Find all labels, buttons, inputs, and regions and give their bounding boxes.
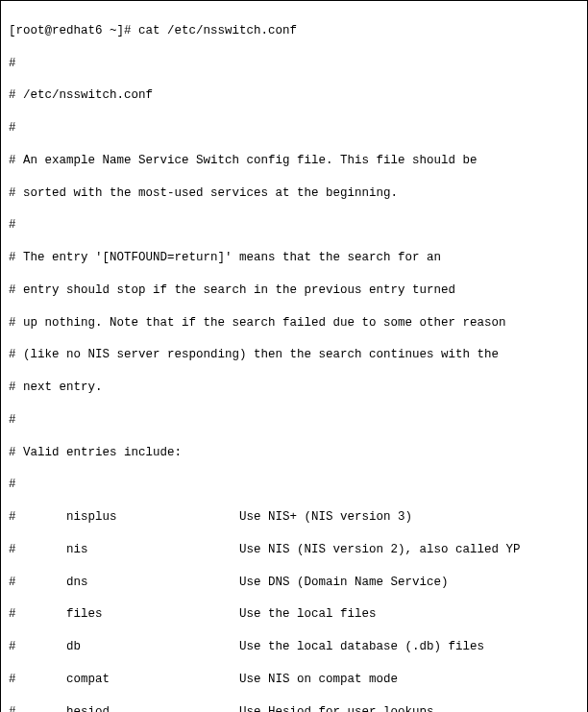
file-line: # Valid entries include: bbox=[9, 445, 579, 461]
file-line: # An example Name Service Switch config … bbox=[9, 153, 579, 169]
file-line: # entry should stop if the search in the… bbox=[9, 282, 579, 299]
file-line: # bbox=[9, 412, 579, 429]
file-line: # nisplus Use NIS+ (NIS version 3) bbox=[9, 509, 579, 526]
file-line: # next entry. bbox=[9, 380, 579, 396]
file-line: # bbox=[9, 120, 579, 136]
file-line: # bbox=[9, 477, 579, 493]
file-line: # dns Use DNS (Domain Name Service) bbox=[9, 575, 579, 591]
file-line: # sorted with the most-used services at … bbox=[9, 185, 579, 202]
file-line: # bbox=[9, 56, 579, 72]
file-line: # (like no NIS server responding) then t… bbox=[9, 347, 579, 363]
file-line: # The entry '[NOTFOUND=return]' means th… bbox=[9, 250, 579, 266]
file-line: # bbox=[9, 217, 579, 233]
file-line: # /etc/nsswitch.conf bbox=[9, 87, 579, 104]
command-prompt: [root@redhat6 ~]# cat /etc/nsswitch.conf bbox=[9, 23, 579, 39]
terminal-output: [root@redhat6 ~]# cat /etc/nsswitch.conf… bbox=[9, 7, 579, 712]
file-line: # db Use the local database (.db) files bbox=[9, 639, 579, 655]
file-line: # hesiod Use Hesiod for user lookups bbox=[9, 704, 579, 712]
file-line: # nis Use NIS (NIS version 2), also call… bbox=[9, 542, 579, 558]
file-line: # compat Use NIS on compat mode bbox=[9, 672, 579, 688]
file-line: # files Use the local files bbox=[9, 606, 579, 623]
file-line: # up nothing. Note that if the search fa… bbox=[9, 315, 579, 331]
